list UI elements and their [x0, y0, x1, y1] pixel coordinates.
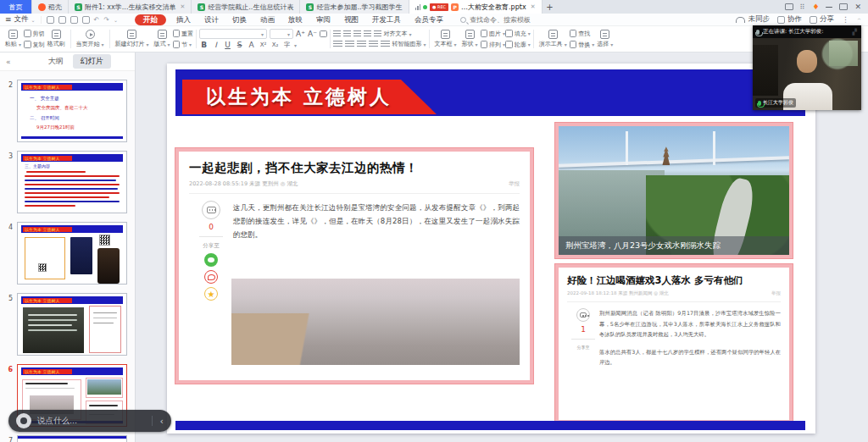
more-options-icon[interactable]: ⋮	[842, 15, 849, 24]
section-button[interactable]: 节▾	[173, 41, 194, 49]
collab-button[interactable]: 协作	[777, 14, 802, 25]
strikethrough-button[interactable]: S	[235, 41, 244, 49]
slide-3-thumbnail[interactable]: 以生为本 立德树人 三、主题内容	[17, 151, 127, 213]
fill-button[interactable]: 填充▾	[505, 30, 531, 38]
slide-layout-button[interactable]: 版式▾	[152, 27, 173, 52]
live-comment-bar[interactable]: 说点什么... ‹	[8, 410, 171, 432]
share-button[interactable]: 分享	[810, 14, 834, 25]
present-tools-button[interactable]: 演示工具▾	[537, 27, 570, 52]
collapse-pill-icon[interactable]: ‹	[159, 416, 164, 427]
decrease-indent-icon[interactable]	[353, 30, 361, 38]
align-right-icon[interactable]	[357, 41, 366, 48]
tab-grid-icon[interactable]: ⠿	[800, 3, 806, 11]
webcam-overlay[interactable]: 正在讲课: 长江大学郭俊: ▞ 长江大学郭俊	[753, 25, 861, 110]
align-left-icon[interactable]	[333, 41, 342, 48]
preview-icon[interactable]	[82, 16, 90, 24]
shapes-button[interactable]: 形状▾	[459, 27, 481, 52]
select-button[interactable]: 选择▾	[594, 27, 615, 52]
font-color-button[interactable]: A	[247, 41, 256, 49]
slide-2-thumbnail[interactable]: 以生为本 立德树人 一、 安全主题 安全庆国庆、喜迎二十大 二、 召开时间 9月…	[17, 80, 127, 142]
replace-button[interactable]: 替换▾	[570, 41, 595, 49]
outline-button[interactable]: 轮廓▾	[505, 41, 531, 49]
bold-button[interactable]: B	[199, 41, 209, 49]
smart-art-button[interactable]: 转智能图形▾	[392, 40, 426, 48]
close-window-icon[interactable]: ✕	[854, 3, 861, 11]
format-painter-button[interactable]: 格式刷	[45, 27, 68, 52]
increase-font-icon[interactable]: A⁺	[296, 30, 305, 38]
slide-panel: « 大纲 幻灯片 2 以生为本 立德树人 一、 安全主题 安全庆国庆、喜迎二十大…	[0, 52, 136, 442]
bullet-list-icon[interactable]	[333, 30, 341, 38]
distribute-icon[interactable]	[381, 41, 390, 48]
export-icon[interactable]	[58, 16, 66, 24]
minimize-icon[interactable]	[826, 7, 832, 8]
tab-sheet-1[interactable]: S 附件1: xx学...生核实移交清单 ✕	[69, 0, 192, 14]
italic-button[interactable]: I	[211, 41, 220, 49]
find-button[interactable]: 查找	[570, 30, 595, 38]
justify-icon[interactable]	[369, 41, 378, 48]
decrease-font-icon[interactable]: A⁻	[308, 30, 317, 38]
collapse-ribbon-icon[interactable]: ^	[857, 17, 861, 23]
align-center-icon[interactable]	[345, 41, 354, 48]
numbered-list-icon[interactable]	[343, 30, 351, 38]
file-menu[interactable]: ≡ 文件 ⌄	[0, 14, 41, 25]
font-size-select[interactable]: ▾	[270, 29, 293, 39]
tab-animation[interactable]: 动画	[253, 14, 281, 26]
slide-canvas[interactable]: 以生为本 立德树人 一起起悲剧，挡不住大家去江边的热情！ 2022-08-28 …	[167, 64, 815, 434]
subscript-button[interactable]: X₂	[270, 41, 280, 48]
tab-view[interactable]: 视图	[337, 14, 365, 26]
reset-button[interactable]: 重置	[173, 30, 194, 38]
slide-5-thumbnail[interactable]: 以生为本 立德树人	[17, 293, 127, 356]
tab-insert[interactable]: 插入	[170, 14, 198, 26]
redo-icon[interactable]: ↷	[103, 16, 109, 24]
tab-docer[interactable]: 稻壳	[32, 0, 69, 14]
thumb-banner: 以生为本 立德树人	[23, 227, 72, 232]
clear-format-icon[interactable]	[320, 30, 327, 38]
close-tab-icon[interactable]: ✕	[531, 3, 536, 10]
article-card-1: 一起起悲剧，挡不住大家去江边的热情！ 2022-08-28 08:55:19 来…	[175, 148, 533, 384]
superscript-button[interactable]: X²	[259, 41, 268, 48]
tab-review[interactable]: 审阅	[309, 14, 337, 26]
char-effect-button[interactable]: 字	[282, 41, 292, 49]
save-icon[interactable]	[47, 16, 54, 24]
undo-icon[interactable]: ↶	[94, 16, 100, 24]
tab-outline[interactable]: 大纲	[41, 54, 71, 69]
sync-status[interactable]: 未同步	[736, 14, 770, 25]
search-input[interactable]	[470, 16, 561, 24]
tab-developer[interactable]: 开发工具	[365, 14, 408, 26]
chevron-down-icon[interactable]: ⌄	[114, 17, 118, 23]
underline-button[interactable]: U	[223, 41, 232, 49]
copy-button[interactable]: 复制	[24, 41, 45, 49]
tab-home[interactable]: 首页	[0, 0, 32, 14]
tab-start[interactable]: 开始	[135, 14, 166, 25]
paste-button[interactable]: 粘贴▾	[3, 27, 24, 52]
command-search[interactable]	[460, 16, 561, 24]
new-slide-button[interactable]: 新建幻灯片▾	[113, 27, 152, 52]
slide-7-thumbnail[interactable]	[17, 435, 127, 442]
arrange-button[interactable]: 排列▾	[481, 41, 506, 49]
close-tab-icon[interactable]: ✕	[180, 3, 185, 10]
cut-button[interactable]: 剪切	[24, 30, 45, 38]
line-spacing-icon[interactable]	[374, 30, 381, 38]
tab-slideshow[interactable]: 放映	[281, 14, 309, 26]
tab-active-pptx[interactable]: ● REC P …大前安全教育.pptx ✕	[409, 0, 542, 14]
wps-member-flame-icon[interactable]: ♦	[812, 3, 819, 11]
picture-button[interactable]: 图片▾	[481, 30, 506, 38]
layout-mode-icon[interactable]	[785, 3, 793, 10]
tab-transition[interactable]: 切换	[225, 14, 253, 26]
tab-design[interactable]: 设计	[198, 14, 225, 26]
text-box-button[interactable]: 文本框▾	[432, 27, 459, 52]
print-icon[interactable]	[70, 16, 78, 24]
align-text-button[interactable]: 对齐文本▾	[384, 30, 412, 38]
restore-icon[interactable]	[839, 3, 848, 10]
increase-indent-icon[interactable]	[364, 30, 371, 38]
tab-member[interactable]: 会员专享	[408, 14, 450, 26]
slide-4-thumbnail[interactable]: 以生为本 立德树人	[17, 222, 127, 285]
font-family-select[interactable]: ▾	[199, 29, 267, 39]
tab-slides[interactable]: 幻灯片	[73, 54, 111, 69]
play-from-current-button[interactable]: 当页开始▾	[74, 27, 107, 52]
tab-sheet-3[interactable]: S 经营未参加届..学习截图学生	[300, 0, 409, 14]
tab-sheet-2[interactable]: S 经营学院截止..生信息统计表	[192, 0, 300, 14]
collapse-panel-icon[interactable]: «	[0, 58, 17, 66]
comment-placeholder[interactable]: 说点什么...	[37, 416, 77, 427]
new-tab-button[interactable]: +	[542, 0, 558, 14]
